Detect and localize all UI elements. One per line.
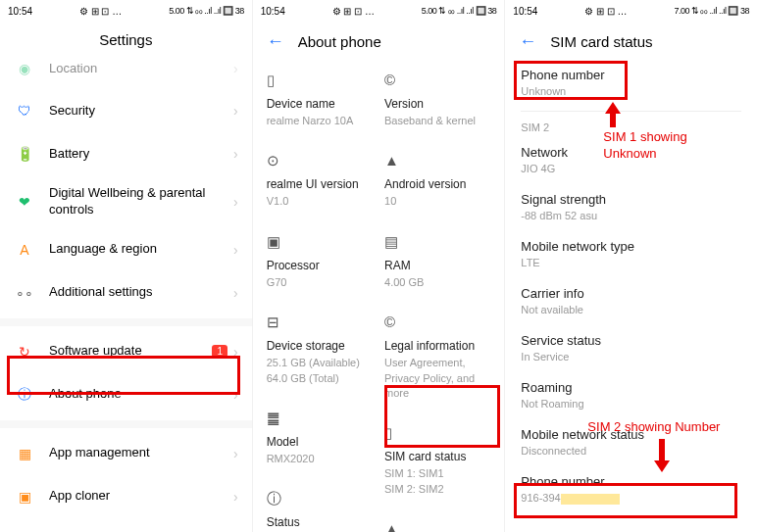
chevron-right-icon: › [233, 285, 238, 301]
about-item-legal-information[interactable]: ©Legal informationUser Agreement, Privac… [384, 304, 490, 414]
arrow-up-icon [603, 102, 623, 127]
about-item-status[interactable]: ⓘStatusIMEI & IP [267, 480, 373, 532]
back-button[interactable]: ← [519, 31, 536, 52]
sim-block-signal-strength[interactable]: Signal strength-88 dBm 52 asu [505, 184, 757, 231]
status-icons: ⚙ ⊞ ⊡ … [584, 6, 627, 17]
annotation-sim1: SIM 1 showing Unknown [603, 129, 731, 163]
sim-title: SIM card status [550, 33, 652, 50]
phone-number-sim1[interactable]: Phone number Unknown [505, 62, 757, 103]
chevron-right-icon: › [233, 489, 238, 505]
settings-item-icon: ∘∘ [14, 282, 35, 304]
back-button[interactable]: ← [267, 31, 284, 52]
status-bar: 10:54 ⚙ ⊞ ⊡ … 7.00 ⇅ ₀₀ ..ıl ..ıl 🔲 38 [505, 0, 757, 22]
status-right: 7.00 ⇅ ₀₀ ..ıl ..ıl 🔲 38 [674, 6, 749, 16]
about-item-device-storage[interactable]: ⊟Device storage25.1 GB (Available)64.0 G… [267, 304, 373, 400]
settings-item-icon: ↻ [14, 341, 35, 363]
about-item-icon: ䷀ [267, 410, 284, 427]
settings-item-battery[interactable]: 🔋Battery› [0, 132, 252, 175]
about-header: ← About phone [253, 22, 505, 62]
sim-block-carrier-info[interactable]: Carrier infoNot available [505, 278, 757, 325]
sim-block-phone-number[interactable]: Phone number916-394 [505, 466, 757, 514]
status-icons: ⚙ ⊞ ⊡ … [79, 6, 122, 17]
sim-block-value: Not available [521, 304, 741, 315]
sim-status-screen: 10:54 ⚙ ⊞ ⊡ … 7.00 ⇅ ₀₀ ..ıl ..ıl 🔲 38 ←… [505, 0, 757, 532]
settings-item-label: Language & region [49, 241, 233, 258]
chevron-right-icon: › [233, 194, 238, 210]
status-time: 10:54 [261, 6, 285, 17]
phone-number-label: Phone number [521, 68, 741, 82]
about-item-android-version[interactable]: ▲Android version10 [384, 142, 490, 222]
settings-item-label: Security [49, 103, 233, 120]
about-item-icon: ▲ [384, 520, 402, 532]
about-item-icon: © [384, 314, 402, 331]
settings-item-icon: 🛡 [14, 100, 35, 121]
settings-item-about-phone[interactable]: ⓘAbout phone› [0, 373, 252, 416]
settings-item-icon: 🔋 [14, 143, 35, 165]
settings-item-label: Battery [49, 146, 233, 163]
sim-block-service-status[interactable]: Service statusIn Service [505, 325, 757, 372]
about-item-device-name[interactable]: ▯Device namerealme Narzo 10A [267, 62, 373, 142]
about-item-value: Baseband & kernel [384, 114, 490, 128]
about-item-value: V1.0 [267, 194, 373, 209]
sim-block-title: Carrier info [521, 286, 741, 301]
settings-screen: 10:54 ⚙ ⊞ ⊡ … 5.00 ⇅ ₀₀ ..ıl ..ıl 🔲 38 S… [0, 0, 253, 532]
about-item-realme-ui-version[interactable]: ⊙realme UI versionV1.0 [267, 142, 373, 222]
settings-item-label: App cloner [49, 488, 233, 505]
about-item-regulatory[interactable]: ▲Regulatory [384, 510, 490, 532]
settings-item-icon: ❤ [14, 191, 35, 213]
sim-header: ← SIM card status [505, 22, 757, 62]
about-item-value: 4.00 GB [384, 275, 490, 290]
settings-item-game-space[interactable]: ⬡Game Space› [0, 518, 252, 532]
status-right: 5.00 ⇅ ₀₀ ..ıl ..ıl 🔲 38 [169, 6, 244, 16]
sim-block-title: Signal strength [521, 192, 741, 207]
sim-block-value: 916-394 [521, 492, 741, 505]
sim-block-mobile-network-type[interactable]: Mobile network typeLTE [505, 231, 757, 278]
about-item-sim-card-status[interactable]: ▯SIM card statusSIM 1: SIM1SIM 2: SIM2 [384, 414, 490, 510]
about-item-title: RAM [384, 259, 490, 272]
settings-item-language-region[interactable]: ALanguage & region› [0, 228, 252, 271]
settings-item-icon: A [14, 239, 35, 261]
settings-item-label: Additional settings [49, 284, 233, 301]
sim-block-value: JIO 4G [521, 163, 741, 174]
sim-block-title: Mobile network type [521, 239, 741, 254]
status-time: 10:54 [8, 6, 32, 17]
about-item-icon: ⊟ [267, 314, 284, 331]
sim-block-title: Roaming [521, 380, 741, 395]
redacted-number [561, 494, 620, 505]
about-item-title: Version [384, 97, 490, 111]
about-phone-screen: 10:54 ⚙ ⊞ ⊡ … 5.00 ⇅ ₀₀ ..ıl ..ıl 🔲 38 ←… [253, 0, 506, 532]
chevron-right-icon: › [233, 103, 238, 119]
settings-item-label: About phone [49, 386, 233, 403]
settings-item-location[interactable]: ◉Location› [0, 58, 252, 89]
settings-item-label: App management [49, 445, 233, 461]
settings-item-icon: ▦ [14, 443, 35, 464]
about-item-ram[interactable]: ▤RAM4.00 GB [384, 223, 490, 304]
settings-item-software-update[interactable]: ↻Software update1› [0, 330, 252, 373]
about-item-icon: ▲ [384, 152, 402, 169]
about-title: About phone [298, 33, 381, 50]
about-item-title: Android version [384, 177, 490, 191]
settings-item-security[interactable]: 🛡Security› [0, 89, 252, 132]
about-item-value: User Agreement, Privacy Policy, and more [384, 356, 490, 401]
about-item-icon: © [384, 72, 402, 89]
about-item-title: Model [267, 435, 373, 449]
status-bar: 10:54 ⚙ ⊞ ⊡ … 5.00 ⇅ ₀₀ ..ıl ..ıl 🔲 38 [0, 0, 252, 22]
about-item-title: Processor [267, 259, 373, 272]
about-item-title: realme UI version [267, 177, 373, 191]
sim-block-roaming[interactable]: RoamingNot Roaming [505, 372, 757, 419]
about-item-title: Legal information [384, 339, 490, 353]
about-item-model[interactable]: ䷀ModelRMX2020 [267, 400, 373, 480]
about-item-value: realme Narzo 10A [267, 114, 373, 128]
settings-item-icon: ▣ [14, 486, 35, 508]
about-item-processor[interactable]: ▣ProcessorG70 [267, 223, 373, 304]
settings-item-additional-settings[interactable]: ∘∘Additional settings› [0, 271, 252, 314]
about-item-value: RMX2020 [267, 452, 373, 466]
settings-item-app-cloner[interactable]: ▣App cloner› [0, 475, 252, 518]
settings-item-app-management[interactable]: ▦App management› [0, 432, 252, 475]
about-item-version[interactable]: ©VersionBaseband & kernel [384, 62, 490, 142]
settings-item-digital-wellbeing-parental-controls[interactable]: ❤Digital Wellbeing & parental controls› [0, 175, 252, 228]
about-item-icon: ▣ [267, 233, 284, 251]
chevron-right-icon: › [233, 242, 238, 258]
sim-block-title: Phone number [521, 474, 741, 489]
about-item-title: Device storage [267, 339, 373, 353]
